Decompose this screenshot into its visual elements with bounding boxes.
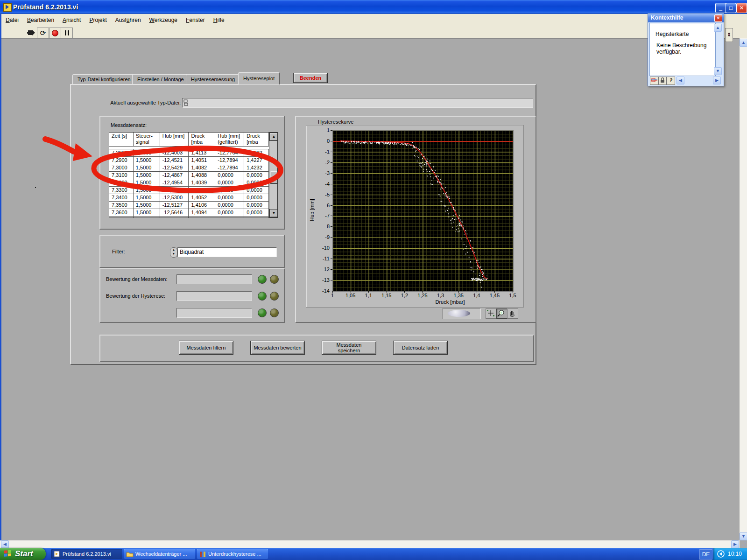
menu-hilfe[interactable]: Hilfe [209,14,229,26]
typ-datei-field[interactable] [182,98,533,108]
menu-projekt[interactable]: Projekt [85,14,111,26]
table-cell: 1,4227 [244,157,269,164]
hysterese-graph[interactable]: 11,051,11,151,21,251,31,351,41,451,510-1… [306,125,524,308]
abort-button-icon[interactable] [49,28,61,38]
block-diagram-icon[interactable] [650,77,658,85]
menu-bearbeiten[interactable]: Bearbeiten [23,14,58,26]
context-help-titlebar[interactable]: Kontexthilfe ✕ [648,14,724,22]
x-tick-label: 1,2 [395,293,414,298]
bewertung-field[interactable] [176,308,252,318]
led-off-indicator[interactable] [270,275,279,284]
x-tick-label: 1,05 [341,293,360,298]
minimize-button[interactable]: _ [715,3,726,13]
ctx-back-icon[interactable]: ◀ [677,77,684,84]
scroll-down-icon[interactable]: ▼ [269,209,278,217]
table-row[interactable]: 7,30001,5000-12,54291,4082-12,78941,4232 [109,164,269,172]
crosshair-tool-icon[interactable] [486,308,497,319]
palette-oval-icon[interactable] [448,310,470,317]
table-row[interactable]: 7,37001,5000-12,66401,41600,00000,0000 [109,217,269,218]
button-datensatz-laden[interactable]: Datensatz laden [393,341,448,355]
window-title: Prüfstand 6.2.2013.vi [13,3,78,11]
run-arrow-icon[interactable] [26,28,37,37]
table-cell: 0,0000 [215,194,244,201]
led-on-indicator[interactable] [258,275,267,284]
lock-icon[interactable] [658,77,667,85]
led-off-indicator[interactable] [270,308,279,317]
scroll-thumb[interactable] [270,171,278,184]
table-cell: 7,2900 [109,157,134,164]
button-messdaten-bewerten[interactable]: Messdaten bewerten [250,341,305,355]
close-button[interactable]: ✕ [736,3,747,13]
table-row[interactable]: 7,36001,5000-12,56461,40940,00000,0000 [109,209,269,217]
h-scroll-left-icon[interactable]: ◀ [1,540,9,548]
table-row[interactable]: 7,33001,5000-12,58481,41480,00000,0000 [109,187,269,194]
bewertung-field[interactable] [176,291,252,301]
table-cell: -12,6640 [160,217,189,218]
taskbar-task[interactable]: Prüfstand 6.2.2013.vi [51,549,122,559]
y-tick-mark [331,280,332,280]
scroll-up-icon[interactable]: ▲ [269,133,278,141]
start-button[interactable]: Start [0,548,46,560]
help-icon[interactable]: ? [667,77,675,85]
v-scroll-down-icon[interactable]: ▼ [740,532,747,540]
context-help-close-icon[interactable]: ✕ [714,14,722,22]
led-on-indicator[interactable] [258,308,267,317]
pause-icon[interactable] [61,28,73,38]
filter-field[interactable]: Biquadrat [177,247,277,257]
table-cell: 7,3000 [109,164,134,171]
table-row[interactable]: 7,35001,5000-12,51271,41060,00000,0000 [109,202,269,209]
tab-einstellen-montage[interactable]: Einstellen / Montage [132,74,189,84]
menu-fenster[interactable]: Fenster [182,14,209,26]
x-tick-label: 1,35 [449,293,468,298]
y-tick-mark [331,269,332,270]
taskbar-task[interactable]: Wechseldatenträger ... [124,549,195,559]
ctx-scroll-down-icon[interactable]: ▼ [714,67,722,75]
tab-hystereseplot[interactable]: Hystereseplot [238,72,280,84]
button-messdaten-speichern[interactable]: Messdaten speichern [322,341,376,355]
h-scrollbar[interactable]: ◀ ▶ [0,540,740,548]
ctx-forward-icon[interactable]: ▶ [713,77,721,84]
volume-icon[interactable] [717,550,725,558]
table-cell: 7,3600 [109,209,134,216]
table-cell: 1,5000 [134,194,160,201]
button-messdaten-filtern[interactable]: Messdaten filtern [179,341,233,355]
v-scrollbar[interactable]: ▲ ▼ [740,38,747,540]
pan-tool-icon[interactable] [507,308,518,319]
table-row[interactable]: 7,29001,5000-12,45211,4051-12,78941,4227 [109,157,269,164]
maximize-button[interactable]: □ [726,3,736,13]
table-row[interactable]: 7,31001,5000-12,48671,40880,00000,0000 [109,172,269,179]
beenden-button[interactable]: Beenden [293,73,328,83]
tab-hysteresemessung[interactable]: Hysteresemessung [186,74,240,84]
led-on-indicator[interactable] [258,292,267,301]
filter-spinner[interactable]: ▲▼ [170,247,177,258]
h-scroll-right-icon[interactable]: ▶ [731,540,739,548]
bewertung-field[interactable] [176,274,252,284]
v-scroll-up-icon[interactable]: ▲ [740,39,747,47]
zoom-tool-icon[interactable]: + [496,308,507,319]
graph-palette[interactable] [443,308,481,319]
table-row[interactable]: 7,32001,5000-12,49541,40390,00000,0000 [109,179,269,187]
resize-grip [740,541,747,547]
table-cell: 1,4088 [189,172,215,179]
table-cell: 0,0000 [215,202,244,209]
taskbar-task[interactable]: Unterdruckhysterese ... [197,549,268,559]
tab-typ-datei-konfigurieren[interactable]: Typ-Datei konfigurieren [72,74,136,84]
context-help-text2: verfügbar. [656,49,715,55]
clock[interactable]: 10:10 [728,551,742,557]
menu-ansicht[interactable]: Ansicht [58,14,85,26]
table-cell: 0,0000 [215,217,244,218]
menu-ausführen[interactable]: Ausführen [111,14,145,26]
menu-werkzeuge[interactable]: Werkzeuge [145,14,182,26]
run-continuous-icon[interactable]: ⟳ [37,28,49,38]
plot-area[interactable] [332,130,514,292]
table-row[interactable]: 7,28001,5000-12,40031,4113-12,77641,4222 [109,149,269,157]
col-header: Druck [mba [189,133,215,146]
messdaten-table[interactable]: Zeit [s]Steuer- signal [mbaHub [mm]Druck… [109,132,278,218]
ctx-scroll-up-icon[interactable]: ▲ [714,24,722,32]
table-row[interactable]: 7,34001,5000-12,53001,40520,00000,0000 [109,194,269,202]
text-settings-icon[interactable]: ⇕ [725,28,733,42]
menu-datei[interactable]: Datei [1,14,23,26]
table-scrollbar[interactable]: ▲ ▼ [269,133,277,217]
language-indicator[interactable]: DE [699,549,712,560]
led-off-indicator[interactable] [270,292,279,301]
